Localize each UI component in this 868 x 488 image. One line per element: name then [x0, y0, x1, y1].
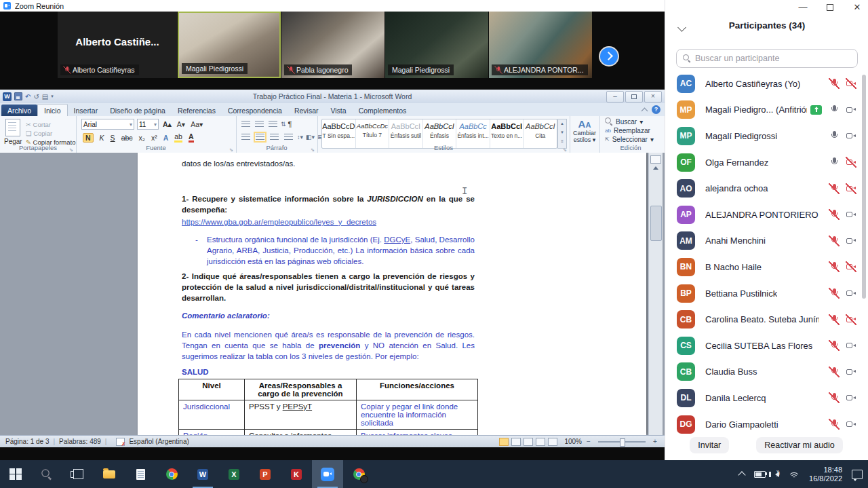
- participant-row[interactable]: MP Magali Piedigro... (Anfitrión): [665, 97, 863, 124]
- tab-inicio[interactable]: Inicio: [37, 104, 68, 116]
- multilevel-list-icon[interactable]: [269, 121, 277, 128]
- font-name-combo[interactable]: Arial▾: [81, 119, 134, 130]
- participant-row[interactable]: AO alejandra ochoa: [665, 175, 863, 202]
- superscript-button[interactable]: x²: [151, 134, 157, 142]
- zoom-level[interactable]: 100%: [564, 438, 582, 445]
- subscript-button[interactable]: x₂: [139, 134, 145, 142]
- video-tile-magali-2[interactable]: Magali Piedigrossi: [385, 12, 488, 78]
- mic-icon[interactable]: [829, 340, 840, 351]
- participant-row[interactable]: DG Dario Giampaoletti: [665, 411, 863, 438]
- tab-revisar[interactable]: Revisar: [288, 105, 325, 116]
- line-spacing-icon[interactable]: ↕▾: [297, 134, 303, 140]
- k-app-taskbar-button[interactable]: K: [281, 460, 312, 488]
- mic-icon[interactable]: [829, 392, 840, 403]
- zoom-out-button[interactable]: −: [585, 438, 593, 445]
- unmute-audio-button[interactable]: Reactivar mi audio: [756, 437, 843, 453]
- highlight-color-button[interactable]: ab: [174, 132, 182, 143]
- justify-icon[interactable]: [284, 134, 293, 140]
- participant-row[interactable]: CB Claudia Buss: [665, 359, 863, 386]
- camera-icon[interactable]: [846, 157, 856, 168]
- zoom-slider-thumb[interactable]: [620, 438, 625, 447]
- battery-icon[interactable]: [754, 471, 766, 478]
- collapse-ribbon-icon[interactable]: [642, 107, 648, 114]
- camera-icon[interactable]: [846, 392, 856, 403]
- camera-icon[interactable]: [846, 419, 856, 430]
- word-count[interactable]: Palabras: 489: [59, 438, 101, 445]
- word-restore-button[interactable]: [625, 91, 643, 102]
- dialog-launcher-icon[interactable]: ⇘: [311, 147, 315, 153]
- participant-row[interactable]: CS Cecilia SUTEBA Las Flores: [665, 333, 863, 359]
- camera-icon[interactable]: [846, 78, 856, 89]
- mic-icon[interactable]: [829, 261, 840, 272]
- sort-icon[interactable]: ⇅: [281, 121, 286, 128]
- camera-icon[interactable]: [846, 209, 856, 220]
- mic-icon[interactable]: [829, 288, 840, 299]
- camera-icon[interactable]: [846, 288, 856, 299]
- language-status[interactable]: Español (Argentina): [129, 438, 189, 445]
- participant-row[interactable]: AC Alberto Castiñeyras (Yo): [665, 71, 863, 97]
- pilcrow-icon[interactable]: ¶: [288, 120, 292, 128]
- tab-archivo[interactable]: Archivo: [1, 105, 37, 116]
- dialog-launcher-icon[interactable]: ⇘: [69, 147, 73, 153]
- print-layout-view-icon[interactable]: [499, 438, 509, 446]
- tab-vista[interactable]: Vista: [324, 105, 352, 116]
- camera-icon[interactable]: [846, 367, 856, 377]
- numbering-icon[interactable]: [255, 121, 264, 128]
- zoom-slider[interactable]: [598, 441, 646, 443]
- font-color-button[interactable]: A: [189, 132, 194, 143]
- tab-complementos[interactable]: Complementos: [353, 105, 413, 116]
- align-left-icon[interactable]: [241, 134, 250, 140]
- shading-icon[interactable]: ◧▾: [306, 134, 315, 140]
- mic-icon[interactable]: [829, 78, 840, 89]
- change-styles-icon[interactable]: AA: [570, 118, 599, 130]
- replace-button[interactable]: abReemplazar: [605, 127, 662, 134]
- mic-icon[interactable]: [829, 157, 840, 168]
- scrollbar-thumb[interactable]: [650, 206, 662, 241]
- word-close-button[interactable]: ×: [644, 91, 662, 102]
- tab-insertar[interactable]: Insertar: [68, 105, 104, 116]
- camera-icon[interactable]: [846, 130, 856, 141]
- fullscreen-view-icon[interactable]: [511, 438, 521, 446]
- page-count[interactable]: Página: 1 de 3: [5, 438, 50, 445]
- zoom-taskbar-button[interactable]: [312, 460, 343, 488]
- panel-minimize-button[interactable]: —: [798, 2, 808, 12]
- text-effects-icon[interactable]: A: [163, 134, 169, 142]
- document-area[interactable]: datos de los/as entrevistados/as. I 1- R…: [0, 153, 665, 435]
- italic-button[interactable]: K: [100, 134, 104, 142]
- tab-correspondencia[interactable]: Correspondencia: [222, 105, 288, 116]
- align-right-icon[interactable]: [270, 134, 279, 140]
- powerpoint-taskbar-button[interactable]: P: [250, 460, 281, 488]
- shrink-font-icon[interactable]: A▾: [177, 120, 185, 128]
- document-page[interactable]: datos de los/as entrevistados/as. I 1- R…: [138, 153, 646, 435]
- underline-button[interactable]: S: [111, 134, 115, 142]
- camera-icon[interactable]: [846, 183, 856, 194]
- participant-search-input[interactable]: Buscar un participante: [676, 49, 858, 68]
- task-view-button[interactable]: [62, 460, 94, 488]
- camera-icon[interactable]: [846, 236, 856, 246]
- mic-icon[interactable]: [829, 367, 840, 377]
- participant-row[interactable]: BP Bettiana Pustilnick: [665, 280, 863, 307]
- chrome-button[interactable]: [156, 460, 187, 488]
- mic-icon[interactable]: [829, 314, 840, 325]
- outline-view-icon[interactable]: [536, 438, 545, 446]
- mic-icon[interactable]: [829, 183, 840, 194]
- copy-button[interactable]: ❏ Copiar: [26, 129, 75, 138]
- font-size-combo[interactable]: 11▾: [137, 119, 159, 130]
- camera-icon[interactable]: [846, 261, 856, 272]
- help-icon[interactable]: ?: [652, 105, 660, 114]
- taskbar-clock[interactable]: 18:48 16/8/2022: [809, 466, 842, 483]
- participant-row[interactable]: CB Carolina Beato. Suteba Junín: [665, 306, 863, 333]
- mic-icon[interactable]: [829, 105, 840, 115]
- proofing-icon[interactable]: [116, 438, 125, 446]
- video-tile-alberto[interactable]: Alberto Castiñe... Alberto Castiñeyras: [58, 12, 177, 78]
- wifi-icon[interactable]: [789, 470, 800, 478]
- video-tile-pabla[interactable]: Pabla lagonegro: [281, 12, 384, 78]
- doc-hyperlink[interactable]: https://www.gba.gob.ar/empleopublico/ley…: [182, 217, 376, 227]
- participant-row[interactable]: OF Olga Fernandez: [665, 149, 863, 176]
- speaker-icon[interactable]: [775, 472, 779, 477]
- strikethrough-button[interactable]: abc: [121, 134, 133, 142]
- invite-button[interactable]: Invitar: [690, 437, 729, 453]
- camera-icon[interactable]: [846, 105, 856, 115]
- change-case-icon[interactable]: Aa▾: [191, 120, 203, 128]
- participant-row[interactable]: MP Magalí Piedigrossi: [665, 123, 863, 149]
